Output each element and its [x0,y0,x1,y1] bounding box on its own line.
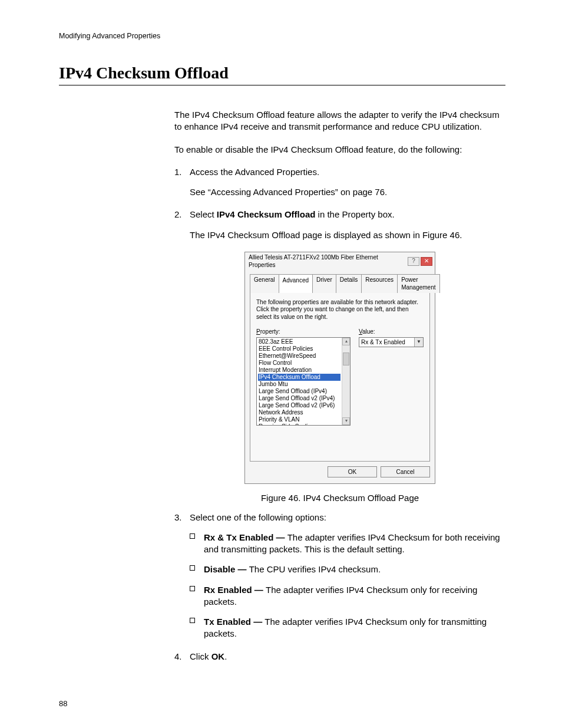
property-column: Property: 802.3az EEEEEE Control Policie… [256,328,351,426]
ok-button[interactable]: OK [328,466,377,478]
tab-power-management[interactable]: Power Management [397,274,439,293]
property-listbox[interactable]: 802.3az EEEEEE Control PoliciesEthernet@… [256,337,351,426]
option-text: Disable — The CPU verifies IPv4 checksum… [204,564,505,575]
property-item[interactable]: Jumbo Mtu [258,381,340,388]
step-1-sub: See “Accessing Advanced Properties” on p… [190,186,505,198]
scroll-up-button[interactable]: ▴ [342,338,350,345]
step-number: 1. [174,166,190,178]
step-text: Access the Advanced Properties. [190,166,505,178]
property-item[interactable]: IPv4 Checksum Offload [258,374,340,381]
step-1: 1. Access the Advanced Properties. [174,166,505,178]
property-item[interactable]: Large Send Offload v2 (IPv6) [258,402,340,409]
tab-advanced[interactable]: Advanced [279,274,313,293]
scroll-thumb[interactable] [343,353,349,365]
figure-caption: Figure 46. IPv4 Checksum Offload Page [261,492,419,504]
scrollbar[interactable]: ▴ ▾ [342,338,350,425]
dialog-title: Allied Telesis AT-2711FXv2 100Mb Fiber E… [249,253,406,269]
option-disable: Disable — The CPU verifies IPv4 checksum… [190,564,505,575]
property-item[interactable]: Receive Side Scaling [258,423,340,425]
step-number: 3. [174,512,190,523]
dialog-body: General Advanced Driver Details Resource… [245,271,435,484]
value-column: Value: Rx & Tx Enabled ▼ [359,328,424,426]
document-page: Modifying Advanced Properties IPv4 Check… [0,0,562,728]
property-item[interactable]: 802.3az EEE [258,338,340,345]
properties-dialog: Allied Telesis AT-2711FXv2 100Mb Fiber E… [244,252,435,485]
cancel-button[interactable]: Cancel [381,466,430,478]
close-button[interactable]: ✕ [421,257,432,266]
property-item[interactable]: Flow Control [258,360,340,367]
bullet-icon [190,532,204,556]
option-text: Rx & Tx Enabled — The adapter verifies I… [204,532,505,556]
lead-in-paragraph: To enable or disable the IPv4 Checksum O… [174,144,505,156]
value-selected: Rx & Tx Enabled [359,338,414,347]
tab-general[interactable]: General [250,274,279,293]
tab-panel-advanced: The following properties are available f… [250,292,430,462]
property-item[interactable]: Priority & VLAN [258,416,340,423]
scroll-track[interactable] [342,345,350,417]
figure-wrap: Allied Telesis AT-2711FXv2 100Mb Fiber E… [174,252,505,505]
step-text-pre: Select [190,209,217,219]
tab-driver[interactable]: Driver [312,274,336,293]
dialog-buttons: OK Cancel [250,462,430,478]
option-rx-enabled: Rx Enabled — The adapter verifies IPv4 C… [190,584,505,608]
help-button[interactable]: ? [408,257,419,266]
tab-details[interactable]: Details [336,274,362,293]
step-number: 4. [174,651,190,663]
property-item[interactable]: Ethernet@WireSpeed [258,353,340,360]
step-4: 4. Click OK. [174,651,505,663]
page-number: 88 [59,699,67,708]
tab-description: The following properties are available f… [256,299,424,321]
scroll-down-button[interactable]: ▾ [342,417,350,425]
bullet-icon [190,564,204,575]
step-text-post: in the Property box. [315,209,394,219]
property-item[interactable]: EEE Control Policies [258,345,340,353]
title-rule [59,85,505,85]
chevron-down-icon[interactable]: ▼ [414,338,423,347]
bullet-icon [190,584,204,608]
intro-paragraph: The IPv4 Checksum Offload feature allows… [174,109,505,133]
option-text: Tx Enabled — The adapter verifies IPv4 C… [204,616,505,640]
option-list: Rx & Tx Enabled — The adapter verifies I… [190,532,505,640]
step-3: 3. Select one of the following options: [174,512,505,523]
step-text: Select one of the following options: [190,512,505,523]
step-text-post: . [224,651,227,661]
tab-resources[interactable]: Resources [361,274,398,293]
bullet-icon [190,616,204,640]
step-text-bold: OK [211,651,225,661]
step-2-sub: The IPv4 Checksum Offload page is displa… [190,229,505,241]
step-text-pre: Click [190,651,211,661]
property-item[interactable]: Large Send Offload v2 (IPv4) [258,395,340,402]
property-item[interactable]: Network Address [258,409,340,416]
page-title: IPv4 Checksum Offload [59,64,505,83]
value-combobox[interactable]: Rx & Tx Enabled ▼ [359,337,424,347]
property-item[interactable]: Interrupt Moderation [258,367,340,374]
property-listbox-items: 802.3az EEEEEE Control PoliciesEthernet@… [257,338,342,425]
step-number: 2. [174,209,190,220]
property-label: Property: [256,328,351,336]
option-text: Rx Enabled — The adapter verifies IPv4 C… [204,584,505,608]
step-text: Select IPv4 Checksum Offload in the Prop… [190,209,505,220]
value-label: Value: [359,328,424,336]
option-rx-tx-enabled: Rx & Tx Enabled — The adapter verifies I… [190,532,505,556]
step-text: Click OK. [190,651,505,663]
running-head: Modifying Advanced Properties [59,32,505,40]
option-tx-enabled: Tx Enabled — The adapter verifies IPv4 C… [190,616,505,640]
step-text-bold: IPv4 Checksum Offload [217,209,316,219]
property-item[interactable]: Large Send Offload (IPv4) [258,388,340,395]
step-2: 2. Select IPv4 Checksum Offload in the P… [174,209,505,220]
property-value-row: Property: 802.3az EEEEEE Control Policie… [256,328,424,426]
dialog-tabs: General Advanced Driver Details Resource… [250,274,430,293]
dialog-titlebar: Allied Telesis AT-2711FXv2 100Mb Fiber E… [245,252,435,271]
body-column: The IPv4 Checksum Offload feature allows… [174,109,505,663]
